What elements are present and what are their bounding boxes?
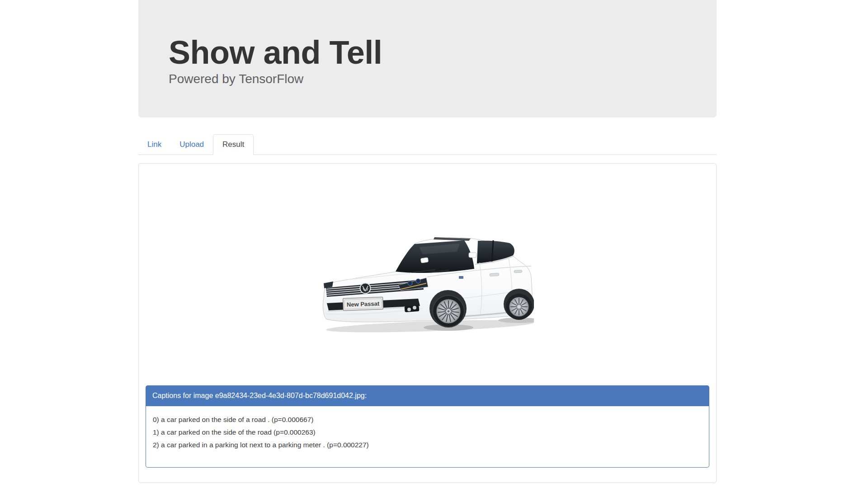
windshield <box>396 240 474 273</box>
tab-bar: Link Upload Result <box>138 134 717 155</box>
fender-badge <box>459 276 463 279</box>
caption-line: 0) a car parked on the side of a road . … <box>153 416 702 424</box>
captions-panel: Captions for image e9a82434-23ed-4e3d-80… <box>146 385 709 468</box>
page-title: Show and Tell <box>169 35 717 70</box>
door-handle-front <box>489 273 499 276</box>
tab-link[interactable]: Link <box>138 135 170 155</box>
license-plate: New Passat <box>343 297 383 310</box>
main-container: Show and Tell Powered by TensorFlow Link… <box>138 0 717 483</box>
side-mirror-near <box>420 258 428 263</box>
side-mirror-far <box>469 253 476 258</box>
door-handle-rear <box>514 270 522 273</box>
car-image: New Passat <box>321 234 534 334</box>
license-plate-text: New Passat <box>346 300 379 308</box>
captions-header: Captions for image e9a82434-23ed-4e3d-80… <box>146 385 709 406</box>
jumbotron: Show and Tell Powered by TensorFlow <box>138 0 717 117</box>
caption-line: 1) a car parked on the side of the road … <box>153 428 702 436</box>
result-panel: New Passat <box>138 163 717 483</box>
tab-result[interactable]: Result <box>213 134 254 155</box>
vw-logo-icon <box>360 283 370 294</box>
tab-upload[interactable]: Upload <box>170 135 213 155</box>
front-wheel <box>429 290 467 327</box>
caption-line: 2) a car parked in a parking lot next to… <box>153 441 702 449</box>
page: Show and Tell Powered by TensorFlow Link… <box>0 0 868 492</box>
captions-body: 0) a car parked on the side of a road . … <box>146 406 709 468</box>
page-subtitle: Powered by TensorFlow <box>169 71 717 86</box>
